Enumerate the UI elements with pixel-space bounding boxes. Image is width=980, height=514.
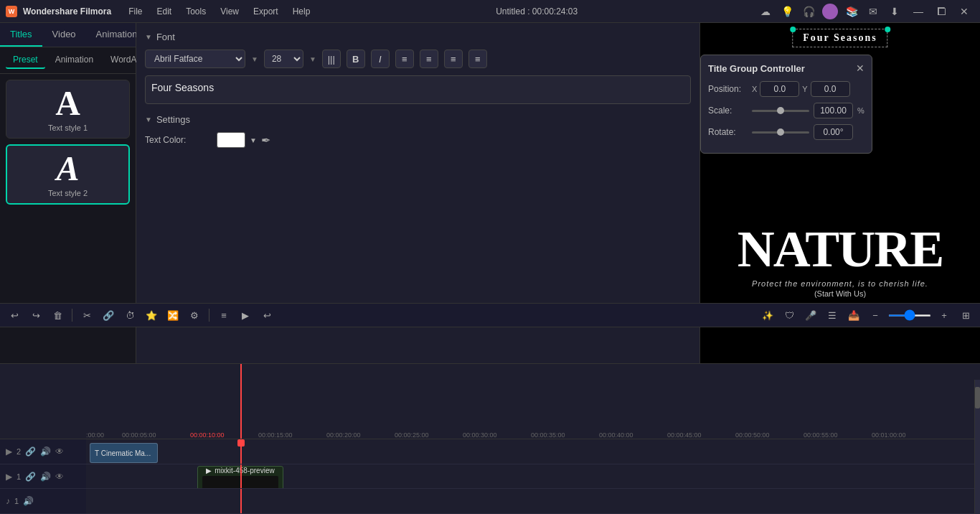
track-link-icon[interactable]: 🔗	[25, 447, 36, 457]
menu-view[interactable]: View	[215, 5, 245, 18]
italic-button[interactable]: I	[371, 50, 390, 68]
preview-subtitle1: Protect the environment, is to cherish l…	[752, 279, 928, 288]
track-volume-icon-v[interactable]: 🔊	[40, 472, 51, 482]
tgc-scale-input[interactable]	[814, 103, 853, 118]
track-eye-icon-v[interactable]: 👁	[55, 472, 64, 482]
library-icon[interactable]: 📚	[844, 4, 859, 19]
track-content-video: ▶ mixkit-458-preview	[86, 464, 980, 489]
track-volume-icon-a[interactable]: 🔊	[23, 496, 34, 506]
clip-cinematic[interactable]: T Cinematic Ma...	[90, 443, 158, 463]
clip-video-text: mixkit-458-preview	[215, 467, 274, 475]
settings-section-header[interactable]: ▼ Settings	[145, 114, 691, 125]
toolbar-sep-2	[209, 309, 209, 322]
toolbar-sep-1	[72, 309, 72, 322]
mail-icon[interactable]: ✉	[865, 4, 881, 19]
font-size-select[interactable]: 28	[264, 50, 303, 68]
zoom-in-button[interactable]: +	[936, 307, 953, 324]
menu-help[interactable]: Help	[287, 5, 316, 18]
timer-button[interactable]: ⏱	[121, 307, 138, 324]
spacing-button[interactable]: |||	[322, 50, 341, 68]
undo-button[interactable]: ↩	[6, 307, 23, 324]
style-item-2[interactable]: A Text style 2	[6, 144, 130, 205]
zoom-out-button[interactable]: −	[867, 307, 884, 324]
effect-button[interactable]: ✨	[759, 307, 776, 324]
track-num-text: 2	[17, 447, 21, 456]
stab-preset[interactable]: Preset	[6, 52, 45, 69]
font-section-header[interactable]: ▼ Font	[145, 32, 691, 42]
title-selection-box[interactable]: Four Seasons	[792, 29, 887, 47]
settings-button[interactable]: ⚙	[186, 307, 203, 324]
tgc-scale-label: Scale:	[708, 106, 748, 116]
timeline-scrollbar[interactable]	[974, 380, 980, 514]
menu-tools[interactable]: Tools	[180, 5, 212, 18]
track-row-audio: ♪ 1 🔊	[0, 489, 980, 514]
list-button[interactable]: ☰	[824, 307, 841, 324]
tgc-y-input[interactable]	[811, 81, 850, 97]
track-expand-icon[interactable]: ▶	[6, 447, 12, 457]
ruler-mark: 00:00:30:00	[463, 431, 531, 439]
storyboard-button[interactable]: ≡	[215, 307, 232, 324]
track-num-text-v: 1	[17, 472, 21, 481]
toolbar: ↩ ↪ 🗑 ✂ 🔗 ⏱ ⭐ 🔀 ⚙ ≡ ▶ ↩ ✨ 🛡 🎤 ☰ 📥 − + ⊞	[0, 303, 980, 327]
corner-handle-tl[interactable]	[790, 27, 796, 32]
tgc-close-button[interactable]: ✕	[856, 62, 864, 74]
align-center-button[interactable]: ≡	[420, 50, 438, 68]
cloud-icon[interactable]: ☁	[758, 4, 773, 19]
text-input[interactable]: Four Seasons	[145, 75, 691, 104]
import-button[interactable]: 📥	[845, 307, 862, 324]
tab-titles[interactable]: Titles	[0, 23, 42, 47]
scrollbar-thumb[interactable]	[975, 387, 980, 408]
bulb-icon[interactable]: 💡	[779, 4, 795, 19]
close-button[interactable]: ✕	[954, 4, 974, 19]
tgc-rotate-slider[interactable]	[752, 131, 809, 134]
return-button[interactable]: ↩	[258, 307, 275, 324]
mic-button[interactable]: 🎤	[802, 307, 819, 324]
corner-handle-tr[interactable]	[885, 27, 890, 32]
redo-button[interactable]: ↪	[27, 307, 44, 324]
track-row-title: ▶ 2 🔗 🔊 👁 T Cinematic Ma...	[0, 439, 980, 464]
tgc-rotate-row: Rotate:	[708, 124, 864, 140]
ruler-mark: 00:00:50:00	[735, 431, 804, 439]
style-item-1[interactable]: A Text style 1	[6, 80, 130, 139]
menu-export[interactable]: Export	[248, 5, 284, 18]
align-right-button[interactable]: ≡	[444, 50, 463, 68]
tgc-scale-slider[interactable]	[752, 110, 809, 112]
delete-button[interactable]: 🗑	[49, 307, 66, 324]
tgc-scale-row: Scale: %	[708, 103, 864, 118]
tgc-x-input[interactable]	[760, 81, 799, 97]
star-button[interactable]: ⭐	[143, 307, 160, 324]
zoom-slider[interactable]	[888, 314, 931, 317]
track-volume-icon[interactable]: 🔊	[40, 447, 51, 457]
minimize-button[interactable]: —	[908, 4, 928, 19]
shuffle-button[interactable]: 🔀	[164, 307, 182, 324]
cut-button[interactable]: ✂	[78, 307, 95, 324]
clip-mixkit[interactable]: ▶ mixkit-458-preview	[197, 466, 283, 489]
font-select[interactable]: Abril Fatface	[145, 50, 245, 68]
avatar-icon[interactable]	[822, 4, 838, 19]
font-section-label: Font	[156, 32, 175, 42]
headphone-icon[interactable]: 🎧	[801, 4, 816, 19]
maximize-button[interactable]: ⧠	[931, 4, 951, 19]
track-expand-icon-v[interactable]: ▶	[6, 472, 12, 482]
menu-edit[interactable]: Edit	[151, 5, 177, 18]
color-swatch[interactable]	[217, 132, 245, 148]
font-arrow-icon: ▼	[145, 33, 152, 41]
tab-video[interactable]: Video	[42, 23, 86, 47]
bold-button[interactable]: B	[347, 50, 365, 68]
menu-bar: File Edit Tools View Export Help	[123, 5, 316, 18]
font-expand-icon: ▼	[251, 55, 258, 63]
color-dropdown-icon[interactable]: ▼	[250, 136, 257, 144]
stab-animation[interactable]: Animation	[48, 52, 100, 69]
align-justify-button[interactable]: ≡	[468, 50, 487, 68]
tgc-rotate-input[interactable]	[814, 124, 853, 140]
shield-button[interactable]: 🛡	[781, 307, 798, 324]
download-icon[interactable]: ⬇	[887, 4, 903, 19]
eyedropper-button[interactable]: ✒	[261, 134, 270, 147]
grid-button[interactable]: ⊞	[957, 307, 974, 324]
menu-file[interactable]: File	[123, 5, 148, 18]
play-small-button[interactable]: ▶	[237, 307, 254, 324]
track-eye-icon[interactable]: 👁	[55, 447, 64, 457]
track-link-icon-v[interactable]: 🔗	[25, 472, 36, 482]
link-button[interactable]: 🔗	[100, 307, 117, 324]
align-left-button[interactable]: ≡	[395, 50, 414, 68]
